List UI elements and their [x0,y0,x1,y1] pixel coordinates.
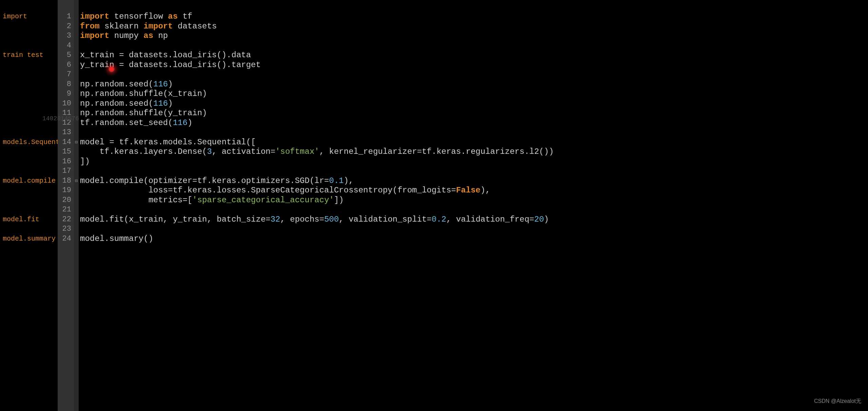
code-token: ), [480,186,490,195]
section-annotation [0,186,58,196]
fold-marker[interactable] [74,70,79,80]
code-token: ), [344,176,354,185]
code-token: 0.1 [329,176,344,185]
code-token: tensorflow [109,12,168,21]
code-line[interactable]: tf.random.set_seed(116) [80,118,868,128]
code-line[interactable]: ]) [80,157,868,167]
code-token: numpy [109,31,143,40]
fold-marker[interactable] [74,108,79,118]
code-line[interactable]: import tensorflow as tf [80,12,868,22]
line-number: 12 [58,118,71,128]
line-number: 8 [58,80,71,89]
section-annotation: model.compile [0,176,58,186]
code-line[interactable]: loss=tf.keras.losses.SparseCategoricalCr… [80,186,868,196]
line-number: 2 [58,22,71,32]
code-line[interactable]: import numpy as np [80,31,868,41]
line-number: 3 [58,31,71,41]
code-line[interactable] [80,70,868,80]
fold-marker[interactable] [74,60,79,70]
fold-marker[interactable] [74,50,79,60]
code-line[interactable]: model = tf.keras.models.Sequential([ [80,138,868,147]
fold-marker[interactable] [74,99,79,109]
code-area[interactable]: import tensorflow as tffrom sklearn impo… [79,0,868,411]
fold-marker[interactable] [74,186,79,196]
section-annotation [0,205,58,215]
fold-marker[interactable]: ⊟ [74,176,79,186]
line-number-gutter: 123456789101112131415161718192021222324 [58,0,74,411]
code-token: tf.keras.layers.Dense( [80,147,207,156]
code-token: 500 [324,215,339,224]
code-token: ) [168,99,173,108]
code-token: tf.random.set_seed( [80,118,173,127]
fold-marker[interactable] [74,205,79,215]
code-line[interactable]: x_train = datasets.load_iris().data [80,50,868,60]
code-line[interactable]: tf.keras.layers.Dense(3, activation='sof… [80,147,868,157]
code-line[interactable]: model.fit(x_train, y_train, batch_size=3… [80,215,868,225]
code-token: import [80,31,109,40]
line-number: 5 [58,50,71,60]
fold-marker[interactable] [74,234,79,244]
code-line[interactable]: np.random.seed(116) [80,99,868,109]
code-line[interactable] [80,224,868,234]
fold-marker[interactable] [74,41,79,51]
line-number: 21 [58,205,71,215]
fold-marker[interactable] [74,224,79,234]
code-line[interactable]: model.summary() [80,234,868,244]
code-token: 'softmax' [275,147,319,156]
section-annotation: model.summary [0,234,58,244]
fold-marker[interactable] [74,157,79,167]
code-line[interactable]: from sklearn import datasets [80,22,868,32]
fold-marker[interactable]: ⊟ [74,138,79,147]
section-annotation [0,60,58,70]
line-number: 19 [58,186,71,196]
line-number: 20 [58,196,71,205]
code-line[interactable] [80,128,868,138]
section-annotation: model.fit [0,215,58,225]
fold-marker[interactable] [74,128,79,138]
code-line[interactable] [80,205,868,215]
fold-marker[interactable] [74,31,79,41]
code-line[interactable]: np.random.seed(116) [80,80,868,89]
fold-marker[interactable] [74,89,79,99]
fold-marker[interactable] [74,118,79,128]
line-number: 4 [58,41,71,51]
code-token: ]) [80,157,90,166]
code-line[interactable]: model.compile(optimizer=tf.keras.optimiz… [80,176,868,186]
code-token: , validation_split= [339,215,432,224]
section-annotation [0,157,58,167]
section-annotation [0,41,58,51]
section-annotation [0,166,58,176]
code-token: ]) [334,196,344,205]
code-token: 'sparse_categorical_accuracy' [192,196,334,205]
fold-marker[interactable] [74,166,79,176]
code-token: ) [544,215,549,224]
code-token: np.random.seed( [80,99,153,108]
code-line[interactable] [80,166,868,176]
code-token: np.random.shuffle(x_train) [80,89,207,98]
editor-container: importtrain testmodels.Sequentialmodel.c… [0,0,868,411]
code-token: np.random.shuffle(y_train) [80,108,207,118]
code-token: 116 [153,99,168,108]
fold-marker[interactable] [74,22,79,32]
line-number: 13 [58,128,71,138]
code-token: tf [178,12,192,21]
fold-marker[interactable] [74,215,79,225]
code-token: , activation= [212,147,275,156]
code-token: , validation_freq= [446,215,534,224]
code-token: from [80,22,100,31]
code-line[interactable]: np.random.shuffle(x_train) [80,89,868,99]
code-token: model.compile(optimizer=tf.keras.optimiz… [80,176,329,185]
fold-marker[interactable] [74,80,79,89]
code-token: as [168,12,178,21]
code-token: metrics=[ [80,196,192,205]
fold-marker[interactable] [74,12,79,22]
section-annotation [0,22,58,32]
code-line[interactable]: y_train = datasets.load_iris().target [80,60,868,70]
fold-marker[interactable] [74,147,79,157]
code-line[interactable] [80,41,868,51]
section-annotation [0,80,58,89]
code-line[interactable]: metrics=['sparse_categorical_accuracy']) [80,196,868,205]
code-line[interactable]: np.random.shuffle(y_train) [80,108,868,118]
code-token: import [80,12,109,21]
fold-marker[interactable] [74,196,79,205]
